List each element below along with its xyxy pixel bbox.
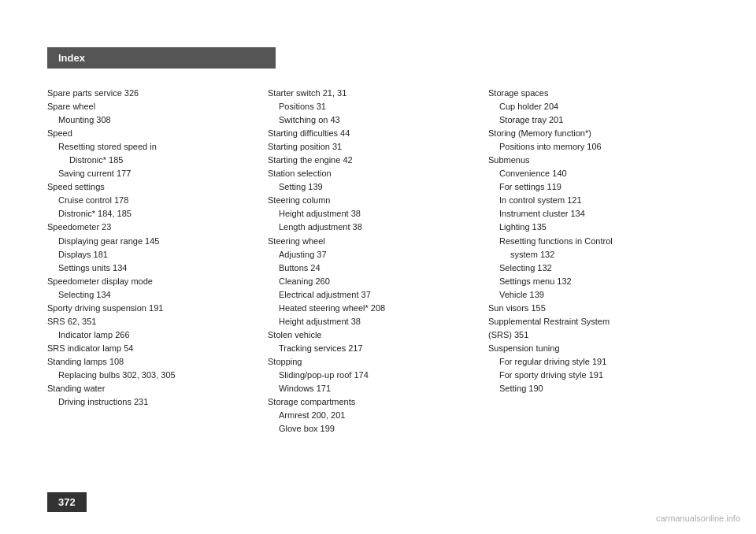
index-entry: Settings menu 132 — [488, 275, 701, 288]
index-entry: Vehicle 139 — [488, 288, 701, 302]
index-entry: Spare parts service 326 — [47, 87, 260, 100]
entry-text: Length adjustment 38 — [279, 222, 362, 232]
index-entry: Settings units 134 — [47, 261, 260, 275]
entry-text: Speedometer 23 — [47, 222, 111, 232]
index-entry: SRS indicator lamp 54 — [47, 342, 260, 355]
entry-text: Settings units 134 — [58, 263, 127, 273]
index-entry: Distronic* 184, 185 — [47, 207, 260, 221]
entry-text: Tracking services 217 — [279, 343, 363, 353]
entry-text: Driving instructions 231 — [58, 397, 148, 406]
index-entry: Speedometer 23 — [47, 221, 260, 234]
index-entry: (SRS) 351 — [488, 328, 701, 342]
entry-text: Setting 139 — [279, 182, 323, 191]
index-entry: Standing lamps 108 — [47, 355, 260, 369]
index-entry: For settings 119 — [488, 180, 701, 194]
entry-text: Storing (Memory function*) — [488, 128, 591, 138]
entry-text: Storage tray 201 — [499, 115, 563, 124]
index-entry: Steering column — [268, 194, 480, 207]
entry-text: Submenus — [488, 155, 530, 165]
index-entry: Positions into memory 106 — [488, 140, 701, 154]
entry-text: Starter switch 21, 31 — [268, 88, 346, 98]
index-entry: Sun visors 155 — [488, 302, 701, 315]
entry-text: Indicator lamp 266 — [58, 330, 130, 339]
index-entry: Electrical adjustment 37 — [268, 288, 480, 302]
entry-text: Speed settings — [47, 182, 105, 191]
entry-text: Displaying gear range 145 — [58, 236, 159, 246]
entry-text: Replacing bulbs 302, 303, 305 — [58, 370, 176, 380]
index-entry: Speed — [47, 127, 260, 140]
index-entry: Starter switch 21, 31 — [268, 87, 480, 100]
index-entry: Storing (Memory function*) — [488, 127, 701, 140]
index-entry: Standing water — [47, 382, 260, 395]
entry-text: Storage compartments — [268, 397, 355, 406]
entry-text: Sporty driving suspension 191 — [47, 303, 163, 313]
entry-text: Adjusting 37 — [279, 250, 327, 259]
entry-text: Electrical adjustment 37 — [279, 290, 371, 299]
index-entry: Steering wheel — [268, 235, 480, 248]
entry-text: Positions 31 — [279, 102, 326, 111]
index-entry: Replacing bulbs 302, 303, 305 — [47, 369, 260, 382]
index-title: Index — [58, 52, 85, 64]
entry-text: Stopping — [268, 357, 302, 366]
entry-text: Height adjustment 38 — [279, 209, 361, 218]
entry-text: Steering wheel — [268, 236, 325, 246]
index-entry: Armrest 200, 201 — [268, 409, 480, 422]
entry-text: Selecting 134 — [58, 290, 111, 299]
index-entry: Stolen vehicle — [268, 328, 480, 342]
entry-text: Starting position 31 — [268, 142, 342, 151]
index-entry: Tracking services 217 — [268, 342, 480, 355]
entry-text: SRS indicator lamp 54 — [47, 343, 133, 353]
index-entry: SRS 62, 351 — [47, 315, 260, 328]
index-entry: Cleaning 260 — [268, 275, 480, 288]
index-entry: Mounting 308 — [47, 113, 260, 127]
entry-text: Spare parts service 326 — [47, 88, 139, 98]
index-entry: Length adjustment 38 — [268, 221, 480, 234]
index-entry: Positions 31 — [268, 100, 480, 113]
entry-text: Distronic* 184, 185 — [58, 209, 132, 218]
entry-text: (SRS) 351 — [488, 330, 528, 339]
entry-text: Distronic* 185 — [69, 155, 123, 165]
index-entry: Stopping — [268, 355, 480, 369]
index-entry: Buttons 24 — [268, 261, 480, 275]
index-entry: For regular driving style 191 — [488, 355, 701, 369]
index-entry: Distronic* 185 — [47, 154, 260, 167]
index-entry: Setting 139 — [268, 180, 480, 194]
entry-text: Starting difficulties 44 — [268, 128, 350, 138]
entry-text: Height adjustment 38 — [279, 317, 361, 326]
index-entry: Supplemental Restraint System — [488, 315, 701, 328]
entry-text: Selecting 132 — [499, 263, 552, 273]
index-entry: Storage spaces — [488, 87, 701, 100]
entry-text: Buttons 24 — [279, 263, 321, 273]
entry-text: Cup holder 204 — [499, 102, 558, 111]
entry-text: In control system 121 — [499, 195, 582, 205]
index-entry: Selecting 132 — [488, 261, 701, 275]
entry-text: Setting 190 — [499, 384, 543, 393]
index-header: Index — [47, 47, 276, 69]
index-entry: Displaying gear range 145 — [47, 235, 260, 248]
entry-text: Station selection — [268, 169, 332, 178]
index-entry: Storage compartments — [268, 395, 480, 409]
index-entry: Lighting 135 — [488, 221, 701, 234]
index-entry: Adjusting 37 — [268, 248, 480, 261]
entry-text: Sliding/pop-up roof 174 — [279, 370, 369, 380]
index-entry: For sporty driving style 191 — [488, 369, 701, 382]
index-entry: Starting the engine 42 — [268, 154, 480, 167]
entry-text: Starting the engine 42 — [268, 155, 353, 165]
index-entry: Speedometer display mode — [47, 275, 260, 288]
entry-text: Supplemental Restraint System — [488, 317, 610, 326]
entry-text: Spare wheel — [47, 102, 95, 111]
entry-text: Mounting 308 — [58, 115, 111, 124]
entry-text: Instrument cluster 134 — [499, 209, 585, 218]
page: Index Spare parts service 326Spare wheel… — [0, 0, 756, 534]
index-entry: Starting difficulties 44 — [268, 127, 480, 140]
entry-text: Resetting functions in Control — [499, 236, 613, 246]
index-entry: Station selection — [268, 167, 480, 180]
index-entry: Resetting functions in Control — [488, 235, 701, 248]
index-entry: Suspension tuning — [488, 342, 701, 355]
index-entry: system 132 — [488, 248, 701, 261]
watermark: carmanualsonline.info — [656, 514, 740, 523]
index-column-col2: Starter switch 21, 31Positions 31Switchi… — [268, 87, 488, 487]
index-entry: Speed settings — [47, 180, 260, 194]
entry-text: For regular driving style 191 — [499, 357, 606, 366]
index-entry: Resetting stored speed in — [47, 140, 260, 154]
